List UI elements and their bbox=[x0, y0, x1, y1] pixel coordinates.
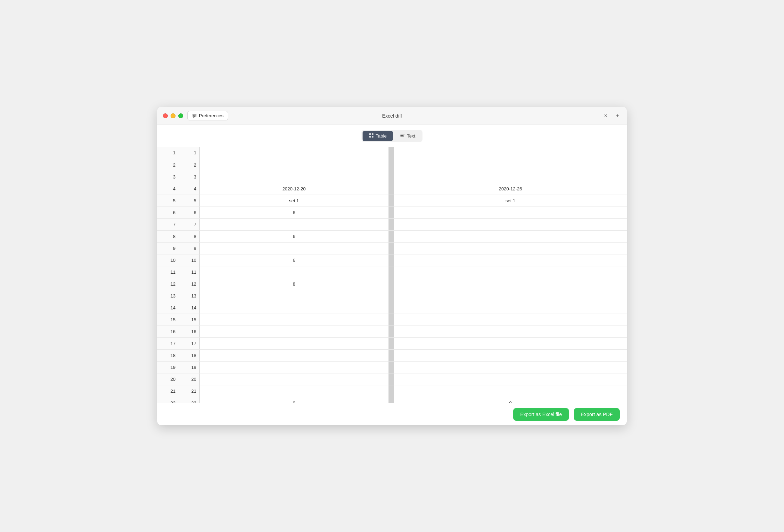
cell-right: 0 bbox=[394, 397, 627, 403]
row-num-right: 15 bbox=[178, 314, 199, 326]
cell-left bbox=[199, 302, 388, 314]
panel-divider bbox=[388, 349, 394, 361]
panel-divider bbox=[388, 183, 394, 195]
cell-left bbox=[199, 314, 388, 326]
row-num-right: 3 bbox=[178, 171, 199, 183]
cell-left: 6 bbox=[199, 206, 388, 218]
row-num-left: 15 bbox=[157, 314, 178, 326]
cell-right: set 1 bbox=[394, 195, 627, 206]
cell-right: 2020-12-26 bbox=[394, 183, 627, 195]
table-row: 2020 bbox=[157, 373, 627, 385]
panel-divider bbox=[388, 171, 394, 183]
row-num-left: 19 bbox=[157, 361, 178, 373]
panel-divider bbox=[388, 266, 394, 278]
minimize-button[interactable] bbox=[171, 113, 176, 118]
row-num-right: 1 bbox=[178, 147, 199, 159]
table-row: 1919 bbox=[157, 361, 627, 373]
panel-divider bbox=[388, 254, 394, 266]
cell-right bbox=[394, 242, 627, 254]
export-excel-label: Export as Excel file bbox=[520, 412, 562, 417]
close-icon: × bbox=[604, 113, 607, 119]
export-excel-button[interactable]: Export as Excel file bbox=[513, 408, 569, 421]
table-row: 11 bbox=[157, 147, 627, 159]
export-pdf-label: Export as PDF bbox=[581, 412, 613, 417]
row-num-left: 4 bbox=[157, 183, 178, 195]
tab-text-label: Text bbox=[407, 133, 415, 139]
table-row: 1414 bbox=[157, 302, 627, 314]
titlebar: Preferences Excel diff × + bbox=[157, 107, 627, 125]
row-num-right: 8 bbox=[178, 230, 199, 242]
table-row: 1717 bbox=[157, 337, 627, 349]
row-num-right: 12 bbox=[178, 278, 199, 290]
cell-right bbox=[394, 337, 627, 349]
close-button[interactable] bbox=[163, 113, 168, 118]
cell-right bbox=[394, 266, 627, 278]
svg-point-3 bbox=[193, 114, 194, 115]
table-row: 12128 bbox=[157, 278, 627, 290]
row-num-right: 22 bbox=[178, 397, 199, 403]
table-row: 442020-12-202020-12-26 bbox=[157, 183, 627, 195]
plus-icon: + bbox=[616, 113, 619, 119]
row-num-left: 22 bbox=[157, 397, 178, 403]
close-window-button[interactable]: × bbox=[602, 111, 609, 120]
cell-right bbox=[394, 230, 627, 242]
cell-left bbox=[199, 373, 388, 385]
cell-right bbox=[394, 361, 627, 373]
tab-text[interactable]: Text bbox=[394, 131, 422, 141]
cell-left bbox=[199, 349, 388, 361]
cell-left bbox=[199, 361, 388, 373]
row-num-right: 21 bbox=[178, 385, 199, 397]
cell-left bbox=[199, 326, 388, 337]
panel-divider bbox=[388, 195, 394, 206]
svg-rect-11 bbox=[400, 135, 404, 136]
panel-divider bbox=[388, 159, 394, 171]
table-row: 1111 bbox=[157, 266, 627, 278]
svg-rect-7 bbox=[372, 133, 373, 135]
cell-left bbox=[199, 266, 388, 278]
row-num-right: 4 bbox=[178, 183, 199, 195]
text-icon bbox=[400, 133, 405, 139]
cell-right bbox=[394, 302, 627, 314]
cell-right bbox=[394, 290, 627, 302]
row-num-right: 5 bbox=[178, 195, 199, 206]
traffic-lights bbox=[163, 113, 183, 118]
table-row: 666 bbox=[157, 206, 627, 218]
cell-left: 6 bbox=[199, 230, 388, 242]
cell-left bbox=[199, 290, 388, 302]
row-num-left: 2 bbox=[157, 159, 178, 171]
row-num-left: 20 bbox=[157, 373, 178, 385]
panel-divider bbox=[388, 385, 394, 397]
table-row: 1818 bbox=[157, 349, 627, 361]
sliders-icon bbox=[192, 113, 197, 118]
table-container[interactable]: 112233442020-12-202020-12-2655set 1set 1… bbox=[157, 147, 627, 403]
cell-right bbox=[394, 218, 627, 230]
row-num-right: 16 bbox=[178, 326, 199, 337]
table-row: 55set 1set 1 bbox=[157, 195, 627, 206]
footer: Export as Excel file Export as PDF bbox=[157, 403, 627, 425]
panel-divider bbox=[388, 337, 394, 349]
tab-table[interactable]: Table bbox=[363, 131, 393, 141]
preferences-button[interactable]: Preferences bbox=[187, 111, 228, 120]
row-num-right: 19 bbox=[178, 361, 199, 373]
row-num-left: 12 bbox=[157, 278, 178, 290]
panel-divider bbox=[388, 373, 394, 385]
content-area: 112233442020-12-202020-12-2655set 1set 1… bbox=[157, 147, 627, 403]
cell-left: 8 bbox=[199, 278, 388, 290]
cell-right bbox=[394, 326, 627, 337]
table-icon bbox=[369, 133, 374, 139]
maximize-button[interactable] bbox=[178, 113, 183, 118]
panel-divider bbox=[388, 206, 394, 218]
cell-left bbox=[199, 218, 388, 230]
tab-group: Table Text bbox=[362, 130, 423, 142]
table-row: 2121 bbox=[157, 385, 627, 397]
add-tab-button[interactable]: + bbox=[614, 111, 621, 120]
cell-left: 2020-12-20 bbox=[199, 183, 388, 195]
tab-table-label: Table bbox=[376, 133, 387, 139]
row-num-left: 6 bbox=[157, 206, 178, 218]
export-pdf-button[interactable]: Export as PDF bbox=[574, 408, 620, 421]
toolbar: Table Text bbox=[157, 125, 627, 147]
row-num-right: 18 bbox=[178, 349, 199, 361]
row-num-right: 20 bbox=[178, 373, 199, 385]
panel-divider bbox=[388, 326, 394, 337]
cell-right bbox=[394, 349, 627, 361]
